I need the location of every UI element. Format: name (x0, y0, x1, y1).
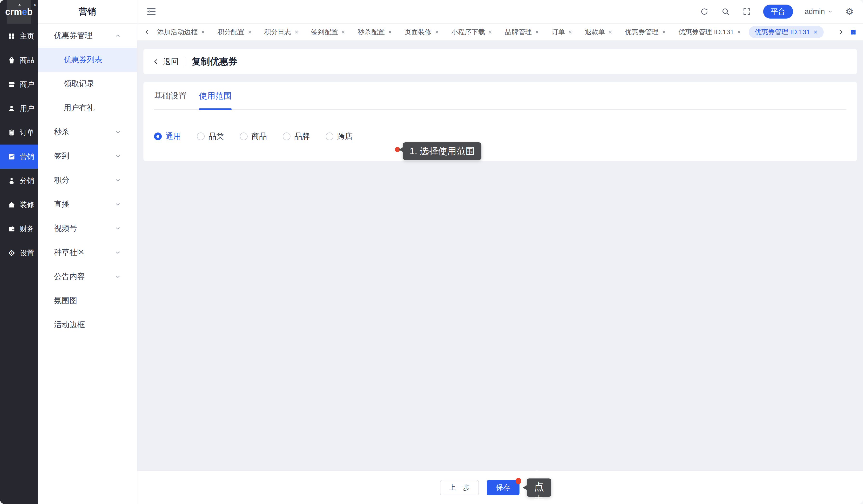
divider (185, 57, 185, 66)
sidebar-item-live[interactable]: 直播 (38, 192, 137, 216)
tab-brand-manage[interactable]: 品牌管理 (500, 23, 544, 41)
sidebar-item-video-account[interactable]: 视频号 (38, 216, 137, 241)
chevron-down-icon (114, 153, 122, 160)
tab-add-activity-border[interactable]: 添加活动边框 (152, 23, 210, 41)
refresh-icon[interactable] (700, 7, 709, 16)
coupon-form-card: 基础设置 使用范围 通用 品类 商品 品牌 跨店 (143, 82, 857, 161)
save-button[interactable]: 保存 (487, 480, 520, 495)
goods-bag-icon (7, 56, 16, 65)
close-icon[interactable] (535, 30, 539, 35)
rail-item-decorate[interactable]: 装修 (0, 193, 38, 217)
brand-logo[interactable]: crmeb ® (7, 0, 32, 24)
tab-basic-settings[interactable]: 基础设置 (154, 82, 187, 109)
close-icon[interactable] (608, 30, 613, 35)
finance-wallet-icon (7, 224, 16, 233)
step1-tooltip: 1. 选择使用范围 (403, 142, 481, 160)
tab-refund[interactable]: 退款单 (580, 23, 617, 41)
tabs-scroll-left-icon[interactable] (142, 27, 152, 37)
tab-order[interactable]: 订单 (547, 23, 578, 41)
scope-radio-group: 通用 品类 商品 品牌 跨店 (154, 131, 846, 142)
close-icon[interactable] (488, 30, 493, 35)
sidebar-item-seckill[interactable]: 秒杀 (38, 120, 137, 144)
tab-points-config[interactable]: 积分配置 (213, 23, 257, 41)
tab-signin-config[interactable]: 签到配置 (306, 23, 350, 41)
close-icon[interactable] (201, 30, 205, 35)
main-column: 平台 admin ⚙ 添加活动边框 积分配置 积分日志 签到配置 秒杀配置 页面… (137, 0, 863, 504)
sidebar-item-signin[interactable]: 签到 (38, 144, 137, 168)
prev-step-button[interactable]: 上一步 (440, 480, 479, 495)
platform-button[interactable]: 平台 (763, 4, 793, 18)
chevron-up-icon (114, 32, 122, 39)
radio-brand[interactable]: 品牌 (283, 131, 310, 142)
chevron-down-icon (114, 273, 122, 280)
tab-usage-scope[interactable]: 使用范围 (199, 82, 232, 109)
radio-product[interactable]: 商品 (240, 131, 267, 142)
rail-item-home[interactable]: 主页 (0, 24, 38, 48)
tab-miniprogram-download[interactable]: 小程序下载 (447, 23, 498, 41)
tab-seckill-config[interactable]: 秒杀配置 (353, 23, 397, 41)
step2-marker-dot (516, 478, 521, 484)
footer-actions: 上一步 保存 2. 点击 (137, 470, 863, 504)
page-header-card: 返回 复制优惠券 (143, 49, 857, 74)
rail-item-distribution[interactable]: 分销 (0, 169, 38, 193)
tab-coupon-manage[interactable]: 优惠券管理 (620, 23, 671, 41)
brand-logo-text: crmeb ® (5, 7, 33, 16)
radio-cross-store[interactable]: 跨店 (326, 131, 353, 142)
collapse-sidebar-icon[interactable] (146, 7, 157, 16)
sidebar-item-community[interactable]: 种草社区 (38, 241, 137, 264)
tab-coupon-manage-id131[interactable]: 优惠券管理 ID:131 (674, 23, 746, 41)
chevron-down-icon (114, 249, 122, 256)
back-button[interactable]: 返回 (153, 56, 179, 67)
topbar: 平台 admin ⚙ (137, 0, 863, 24)
chevron-down-icon (114, 177, 122, 184)
close-icon[interactable] (813, 30, 818, 35)
sidebar-item-points[interactable]: 积分 (38, 168, 137, 192)
sidebar-item-user-gift[interactable]: 用户有礼 (38, 96, 137, 120)
merchant-store-icon (7, 80, 16, 89)
radio-icon (154, 132, 162, 140)
sidebar-item-activity-border[interactable]: 活动边框 (38, 313, 137, 337)
chevron-down-icon (114, 225, 122, 232)
rail-item-user[interactable]: 用户 (0, 96, 38, 120)
page-tabbar: 添加活动边框 积分配置 积分日志 签到配置 秒杀配置 页面装修 小程序下载 品牌… (137, 24, 863, 41)
fullscreen-icon[interactable] (742, 7, 752, 16)
radio-universal[interactable]: 通用 (154, 131, 181, 142)
sidebar-item-announcement[interactable]: 公告内容 (38, 264, 137, 289)
distribution-person-icon (7, 176, 16, 185)
home-grid-icon (7, 32, 16, 40)
rail-item-goods[interactable]: 商品 (0, 48, 38, 72)
close-icon[interactable] (662, 30, 666, 35)
tabs-scroll-right-icon[interactable] (836, 27, 846, 37)
close-icon[interactable] (294, 30, 299, 35)
tab-manager-grid-icon[interactable] (848, 26, 859, 38)
close-icon[interactable] (568, 30, 573, 35)
close-icon[interactable] (737, 30, 741, 35)
sidebar-item-coupon-list[interactable]: 优惠券列表 (38, 48, 137, 72)
sidebar-title: 营销 (38, 0, 137, 24)
sidebar-item-receive-record[interactable]: 领取记录 (38, 72, 137, 96)
search-icon[interactable] (721, 7, 730, 16)
step2-tooltip: 2. 点击 (527, 478, 551, 497)
sidebar-item-atmosphere[interactable]: 氛围图 (38, 289, 137, 313)
sidebar-item-coupon-manage[interactable]: 优惠券管理 (38, 24, 137, 48)
close-icon[interactable] (247, 30, 252, 35)
close-icon[interactable] (341, 30, 346, 35)
username: admin (805, 7, 825, 16)
radio-category[interactable]: 品类 (197, 131, 224, 142)
tab-coupon-manage-id131-active[interactable]: 优惠券管理 ID:131 (749, 26, 824, 38)
radio-icon (283, 132, 290, 140)
tab-page-decorate[interactable]: 页面装修 (400, 23, 444, 41)
order-clipboard-icon (7, 128, 16, 137)
form-tabs: 基础设置 使用范围 (154, 82, 846, 110)
rail-item-finance[interactable]: 财务 (0, 217, 38, 241)
user-menu[interactable]: admin (805, 7, 833, 16)
tab-points-log[interactable]: 积分日志 (259, 23, 304, 41)
rail-item-order[interactable]: 订单 (0, 120, 38, 144)
rail-item-marketing[interactable]: 营销 (0, 144, 38, 169)
rail-item-merchant[interactable]: 商户 (0, 72, 38, 96)
close-icon[interactable] (434, 30, 439, 35)
rail-item-settings[interactable]: ⚙设置 (0, 241, 38, 265)
close-icon[interactable] (388, 30, 392, 35)
gear-icon[interactable]: ⚙ (845, 7, 854, 16)
sidebar-menu: 优惠券管理 优惠券列表 领取记录 用户有礼 秒杀 签到 积分 直播 视频号 种草… (38, 24, 137, 337)
